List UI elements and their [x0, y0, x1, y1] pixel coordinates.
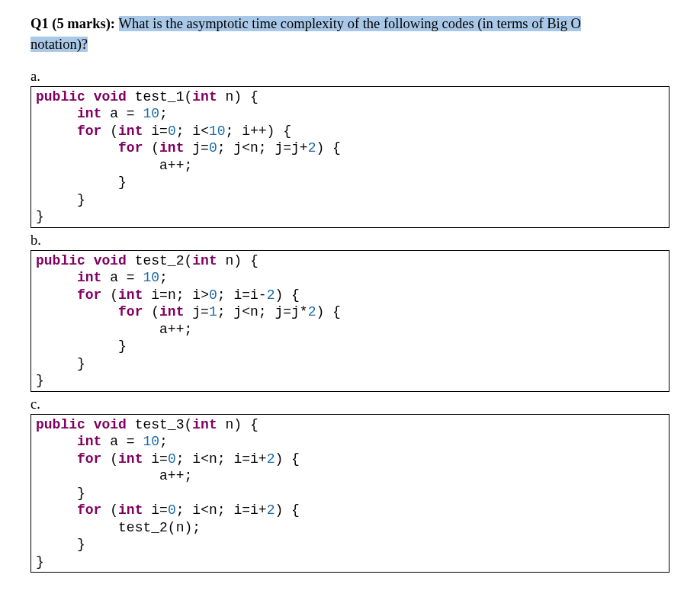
- question-text-line1: What is the asymptotic time complexity o…: [119, 16, 581, 31]
- part-label-b: b.: [31, 233, 669, 249]
- code-block-b: public void test_2(int n) { int a = 10; …: [31, 250, 669, 392]
- question-text-line2: notation)?: [31, 37, 88, 52]
- part-label-a: a.: [31, 69, 669, 85]
- question-number: Q1 (5 marks):: [31, 16, 119, 31]
- code-block-c: public void test_3(int n) { int a = 10; …: [31, 414, 669, 573]
- part-label-c: c.: [31, 396, 669, 412]
- question-prompt: Q1 (5 marks): What is the asymptotic tim…: [31, 14, 669, 55]
- code-block-a: public void test_1(int n) { int a = 10; …: [31, 86, 669, 228]
